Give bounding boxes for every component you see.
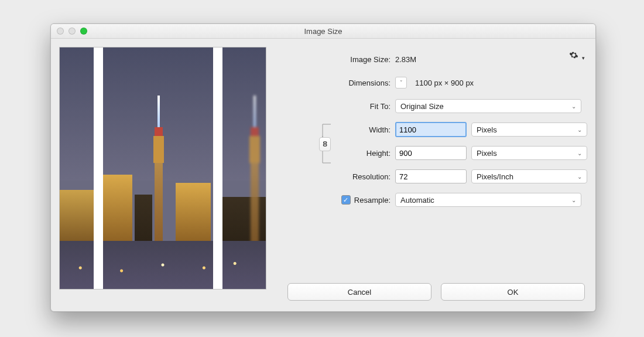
height-input[interactable] [395, 146, 467, 160]
close-window-button[interactable] [57, 28, 64, 35]
chevron-down-icon: ⌄ [577, 173, 582, 180]
resample-method-select[interactable]: Automatic⌄ [395, 193, 581, 207]
height-label: Height: [279, 149, 395, 158]
dimensions-value: 1100 px × 900 px [415, 79, 474, 87]
window-title: Image Size [51, 27, 595, 36]
image-size-dialog: Image Size ▾ Imag [50, 23, 596, 312]
gear-icon[interactable]: ▾ [569, 50, 585, 62]
width-unit-select[interactable]: Pixels⌄ [471, 122, 587, 137]
fit-to-select[interactable]: Original Size⌄ [395, 99, 581, 113]
width-input[interactable] [395, 122, 467, 137]
image-size-label: Image Size: [279, 55, 395, 64]
fit-to-label: Fit To: [279, 102, 395, 111]
constrain-proportions: 𝟴 [314, 122, 334, 165]
traffic-lights [51, 28, 87, 35]
height-unit-select[interactable]: Pixels⌄ [471, 146, 587, 160]
image-preview[interactable] [59, 47, 266, 290]
resample-label: Resample: [354, 196, 390, 205]
resample-checkbox[interactable]: ✓ [341, 195, 351, 205]
resolution-input[interactable] [395, 169, 467, 183]
zoom-window-button[interactable] [80, 28, 87, 35]
chevron-down-icon: ⌄ [571, 197, 576, 203]
ok-button[interactable]: OK [441, 283, 585, 301]
link-icon[interactable]: 𝟴 [319, 137, 331, 151]
titlebar[interactable]: Image Size [51, 24, 595, 39]
resolution-unit-select[interactable]: Pixels/Inch⌄ [471, 169, 587, 183]
settings-panel: ▾ Image Size: 2.83M Dimensions: ˅ 1100 p… [279, 47, 587, 290]
cancel-button[interactable]: Cancel [287, 283, 431, 301]
minimize-window-button[interactable] [68, 28, 76, 35]
resolution-label: Resolution: [279, 172, 395, 181]
dimensions-unit-toggle[interactable]: ˅ [395, 77, 407, 88]
dimensions-label: Dimensions: [279, 79, 395, 87]
chevron-down-icon: ⌄ [577, 127, 582, 133]
chevron-down-icon: ⌄ [577, 150, 582, 156]
image-size-value: 2.83M [395, 55, 416, 64]
dialog-footer: Cancel OK [287, 283, 585, 301]
chevron-down-icon: ⌄ [571, 103, 576, 110]
width-label: Width: [279, 125, 395, 134]
